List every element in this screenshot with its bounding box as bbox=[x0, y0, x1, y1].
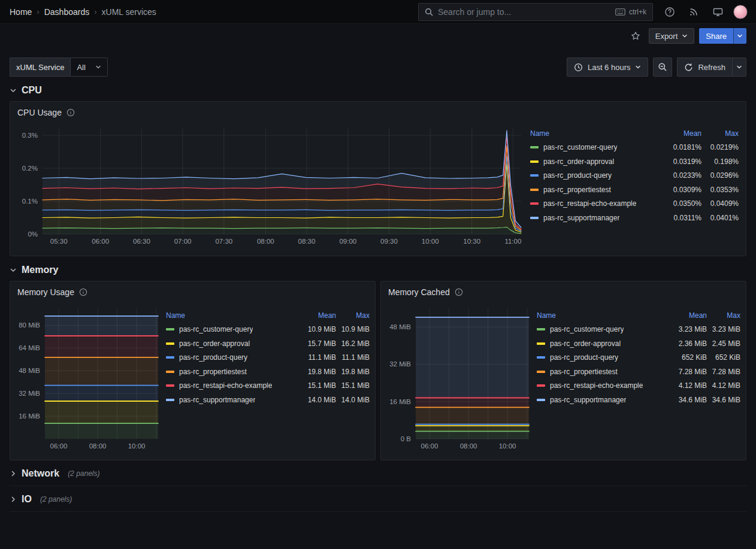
section-cpu-header[interactable]: CPU bbox=[10, 85, 746, 96]
legend-row[interactable]: pas-rc_supportmanager14.0 MiB14.0 MiB bbox=[166, 393, 370, 407]
time-controls: Last 6 hours Refresh bbox=[567, 57, 746, 77]
legend-row[interactable]: pas-rc_customer-query0.0181%0.0219% bbox=[530, 141, 739, 155]
help-icon[interactable] bbox=[661, 4, 678, 20]
legend-sort-name[interactable]: Name bbox=[537, 311, 670, 320]
legend-row[interactable]: pas-rc_restapi-echo-example15.1 MiB15.1 … bbox=[166, 379, 370, 393]
series-max-value: 14.0 MiB bbox=[336, 396, 370, 404]
series-name[interactable]: pas-rc_supportmanager bbox=[179, 396, 255, 404]
section-memory-header[interactable]: Memory bbox=[10, 265, 746, 275]
memory-usage-chart[interactable]: 06:0008:0010:0016 MiB32 MiB48 MiB64 MiB8… bbox=[11, 303, 162, 453]
legend-row[interactable]: pas-rc_order-approval0.0319%0.198% bbox=[530, 154, 739, 169]
series-name[interactable]: pas-rc_product-query bbox=[550, 353, 618, 362]
legend-sort-name[interactable]: Name bbox=[166, 311, 299, 320]
search-input[interactable]: Search or jump to... ctrl+k bbox=[418, 3, 653, 21]
legend-row[interactable]: pas-rc_product-query11.1 MiB11.1 MiB bbox=[166, 351, 370, 365]
share-button[interactable]: Share bbox=[699, 28, 733, 44]
info-icon[interactable] bbox=[79, 288, 87, 296]
series-name[interactable]: pas-rc_product-query bbox=[179, 353, 247, 362]
series-mean-value: 19.8 MiB bbox=[299, 368, 336, 376]
search-shortcut: ctrl+k bbox=[615, 8, 646, 16]
series-max-value: 4.12 MiB bbox=[707, 381, 740, 390]
svg-text:11:00: 11:00 bbox=[504, 238, 521, 245]
series-color-swatch bbox=[166, 328, 174, 330]
section-panels-note: (2 panels) bbox=[40, 495, 72, 503]
legend-row[interactable]: pas-rc_supportmanager0.0311%0.0401% bbox=[530, 211, 739, 225]
refresh-button[interactable]: Refresh bbox=[677, 57, 732, 77]
series-mean-value: 10.9 MiB bbox=[299, 325, 336, 333]
variable-value-dropdown[interactable]: All bbox=[70, 57, 107, 77]
series-name[interactable]: pas-rc_order-approval bbox=[179, 339, 250, 348]
series-max-value: 10.9 MiB bbox=[336, 325, 370, 333]
legend-row[interactable]: pas-rc_customer-query3.23 MiB3.23 MiB bbox=[537, 323, 740, 337]
legend-sort-max[interactable]: Max bbox=[336, 311, 370, 320]
breadcrumb-home[interactable]: Home bbox=[10, 7, 32, 17]
panel-header[interactable]: CPU Usage bbox=[10, 102, 746, 123]
svg-text:06:00: 06:00 bbox=[92, 238, 109, 245]
series-mean-value: 15.7 MiB bbox=[299, 339, 336, 348]
series-color-swatch bbox=[537, 328, 545, 330]
monitor-icon[interactable] bbox=[709, 4, 726, 20]
series-name[interactable]: pas-rc_supportmanager bbox=[550, 396, 626, 404]
search-shortcut-label: ctrl+k bbox=[629, 8, 646, 16]
info-icon[interactable] bbox=[66, 108, 75, 117]
panel-header[interactable]: Memory Cached bbox=[381, 281, 746, 303]
legend-sort-max[interactable]: Max bbox=[707, 311, 740, 320]
section-io-header[interactable]: IO (2 panels) bbox=[10, 489, 746, 512]
series-name[interactable]: pas-rc_order-approval bbox=[543, 157, 614, 166]
series-name[interactable]: pas-rc_restapi-echo-example bbox=[543, 199, 636, 208]
section-network-header[interactable]: Network (2 panels) bbox=[10, 463, 746, 486]
share-menu-button[interactable] bbox=[733, 28, 746, 44]
legend-sort-max[interactable]: Max bbox=[701, 129, 739, 138]
series-name[interactable]: pas-rc_customer-query bbox=[543, 143, 617, 151]
user-avatar[interactable] bbox=[733, 5, 748, 19]
series-max-value: 652 KiB bbox=[707, 353, 740, 362]
svg-text:0.3%: 0.3% bbox=[22, 132, 38, 139]
legend-row[interactable]: pas-rc_order-approval2.36 MiB2.45 MiB bbox=[537, 336, 740, 351]
series-mean-value: 4.12 MiB bbox=[670, 381, 707, 390]
series-name[interactable]: pas-rc_propertiestest bbox=[179, 368, 247, 376]
series-color-swatch bbox=[166, 342, 174, 345]
legend-row[interactable]: pas-rc_propertiestest0.0309%0.0353% bbox=[530, 183, 739, 197]
zoom-out-button[interactable] bbox=[653, 57, 672, 77]
series-name[interactable]: pas-rc_order-approval bbox=[550, 339, 621, 348]
memory-cached-legend: NameMeanMaxpas-rc_customer-query3.23 MiB… bbox=[537, 303, 740, 407]
series-name[interactable]: pas-rc_restapi-echo-example bbox=[550, 381, 643, 390]
legend-row[interactable]: pas-rc_restapi-echo-example0.0350%0.0409… bbox=[530, 197, 739, 211]
legend-row[interactable]: pas-rc_product-query0.0233%0.0296% bbox=[530, 169, 739, 183]
refresh-interval-button[interactable] bbox=[732, 57, 746, 77]
info-icon[interactable] bbox=[455, 288, 463, 296]
series-name[interactable]: pas-rc_propertiestest bbox=[550, 368, 618, 376]
breadcrumb-dashboards[interactable]: Dashboards bbox=[44, 7, 90, 17]
legend-row[interactable]: pas-rc_supportmanager34.6 MiB34.6 MiB bbox=[537, 393, 740, 407]
news-rss-icon[interactable] bbox=[685, 4, 702, 20]
legend-sort-mean[interactable]: Mean bbox=[299, 311, 336, 320]
legend-sort-name[interactable]: Name bbox=[530, 129, 662, 138]
variable-label: xUML Service bbox=[10, 57, 70, 77]
time-range-picker[interactable]: Last 6 hours bbox=[567, 57, 649, 77]
series-name[interactable]: pas-rc_propertiestest bbox=[543, 186, 611, 194]
svg-text:0 B: 0 B bbox=[401, 435, 412, 442]
legend-row[interactable]: pas-rc_customer-query10.9 MiB10.9 MiB bbox=[166, 323, 370, 337]
legend-row[interactable]: pas-rc_propertiestest7.28 MiB7.28 MiB bbox=[537, 365, 740, 379]
svg-text:48 MiB: 48 MiB bbox=[389, 323, 411, 330]
favorite-star-icon[interactable] bbox=[627, 28, 644, 44]
legend-sort-mean[interactable]: Mean bbox=[662, 129, 701, 138]
legend-row[interactable]: pas-rc_propertiestest19.8 MiB19.8 MiB bbox=[166, 365, 370, 379]
variable-value: All bbox=[77, 63, 85, 72]
export-button[interactable]: Export bbox=[649, 28, 695, 44]
panel-header[interactable]: Memory Usage bbox=[10, 281, 375, 303]
legend-row[interactable]: pas-rc_product-query652 KiB652 KiB bbox=[537, 351, 740, 365]
breadcrumb-current-page: xUML services bbox=[102, 7, 156, 17]
series-name[interactable]: pas-rc_customer-query bbox=[550, 325, 624, 333]
series-name[interactable]: pas-rc_restapi-echo-example bbox=[179, 381, 272, 390]
legend-row[interactable]: pas-rc_order-approval15.7 MiB16.2 MiB bbox=[166, 336, 370, 351]
legend-row[interactable]: pas-rc_restapi-echo-example4.12 MiB4.12 … bbox=[537, 379, 740, 393]
memory-cached-chart[interactable]: 06:0008:0010:000 B16 MiB32 MiB48 MiB bbox=[382, 303, 533, 453]
series-name[interactable]: pas-rc_customer-query bbox=[179, 325, 253, 333]
cpu-usage-chart[interactable]: 05:3006:0006:3007:0007:3008:0008:3009:00… bbox=[13, 123, 525, 248]
series-name[interactable]: pas-rc_product-query bbox=[543, 171, 612, 180]
series-name[interactable]: pas-rc_supportmanager bbox=[543, 214, 619, 222]
panel-content: 05:3006:0006:3007:0007:3008:0008:3009:00… bbox=[10, 123, 746, 251]
svg-text:48 MiB: 48 MiB bbox=[19, 367, 40, 374]
legend-sort-mean[interactable]: Mean bbox=[670, 311, 707, 320]
